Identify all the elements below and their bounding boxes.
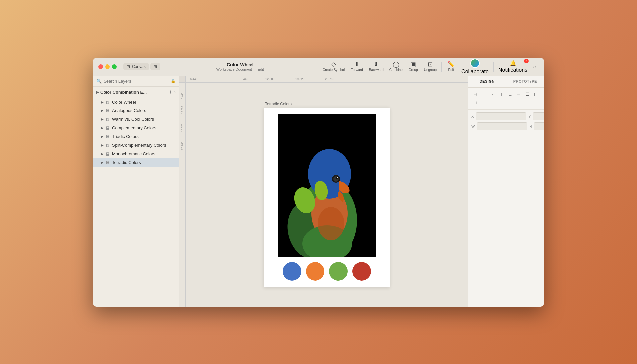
color-circle-red bbox=[352, 262, 371, 281]
combine-button[interactable]: ◯ Combine bbox=[387, 60, 405, 73]
app-title: Color Wheel Workspace Document — Edit bbox=[216, 62, 264, 71]
artboard-label: Tetradic Colors bbox=[264, 102, 292, 106]
maximize-button[interactable] bbox=[112, 64, 117, 69]
svg-point-12 bbox=[318, 207, 344, 240]
complementary-expand-arrow: ▶ bbox=[101, 126, 104, 130]
canvas-content: Tetradic Colors bbox=[186, 83, 468, 307]
align-bottom-button[interactable]: ⊢ bbox=[532, 90, 540, 98]
backward-button[interactable]: ⬇ Backward bbox=[366, 60, 386, 73]
xy-field-row: X Y ° bbox=[471, 112, 541, 120]
ruler-v-label-4: 25.760 bbox=[181, 142, 184, 150]
grid-toggle[interactable]: ⊞ bbox=[150, 63, 160, 70]
tetradic-icon: 🖥 bbox=[106, 160, 110, 165]
project-expand-arrow: ▶ bbox=[96, 90, 99, 94]
ruler-h-label-6: 25.760 bbox=[325, 77, 334, 81]
x-input[interactable] bbox=[476, 112, 526, 120]
project-group-header[interactable]: ▶ Color Combination E... ＋ › bbox=[93, 87, 179, 98]
color-wheel-folder-icon: 🖥 bbox=[106, 100, 110, 105]
forward-label: Forward bbox=[351, 68, 363, 72]
collaborate-avatar bbox=[470, 59, 480, 68]
split-complementary-expand-arrow: ▶ bbox=[101, 143, 104, 147]
notifications-badge: 2 bbox=[524, 59, 529, 63]
layer-item-color-wheel[interactable]: ▶ 🖥 Color Wheel bbox=[93, 98, 179, 107]
toolbar-separator-2 bbox=[493, 62, 494, 72]
distribute-h-button[interactable]: ☰ bbox=[523, 90, 531, 98]
ruler-h-label-2: 0 bbox=[216, 77, 217, 81]
minimize-button[interactable] bbox=[105, 64, 110, 69]
edit-button[interactable]: ✏️ Edit bbox=[444, 60, 458, 73]
edit-label: Edit bbox=[448, 68, 454, 72]
artboard[interactable] bbox=[264, 108, 390, 287]
close-button[interactable] bbox=[98, 64, 103, 69]
align-center-v-button[interactable]: ⊥ bbox=[506, 90, 514, 98]
layer-item-split-complementary[interactable]: ▶ 🖥 Split-Complementary Colors bbox=[93, 141, 179, 150]
align-center-h-button[interactable]: ⊢ bbox=[480, 90, 488, 98]
backward-icon: ⬇ bbox=[374, 61, 379, 67]
group-icon: ▣ bbox=[410, 61, 416, 67]
align-right-button[interactable]: ⊣ bbox=[515, 90, 523, 98]
layer-item-complementary[interactable]: ▶ 🖥 Complementary Colors bbox=[93, 124, 179, 132]
combine-label: Combine bbox=[389, 68, 403, 72]
layer-item-warm-cool[interactable]: ▶ 🖥 Warm vs. Cool Colors bbox=[93, 115, 179, 124]
warm-cool-expand-arrow: ▶ bbox=[101, 117, 104, 121]
more-button[interactable]: » bbox=[531, 62, 539, 71]
panel-toolbar: ⊣ ⊢ ⋮ ⊤ ⊥ ⊣ ☰ ⊢ ⊣ bbox=[468, 88, 544, 110]
canvas-label: Canvas bbox=[132, 64, 146, 69]
more-icon: » bbox=[533, 64, 536, 69]
app-sub-title: Workspace Document — Edit bbox=[216, 67, 264, 71]
split-complementary-label: Split-Complementary Colors bbox=[112, 143, 176, 148]
backward-label: Backward bbox=[369, 68, 384, 72]
y-input[interactable] bbox=[533, 112, 544, 120]
search-input[interactable] bbox=[104, 79, 169, 84]
ruler-h-label-5: 19.320 bbox=[295, 77, 305, 81]
analogous-icon: 🖥 bbox=[106, 108, 110, 113]
complementary-icon: 🖥 bbox=[106, 125, 110, 131]
title-bar: ⊡ Canvas ⊞ Color Wheel Workspace Documen… bbox=[93, 58, 544, 76]
title-bar-center: Color Wheel Workspace Document — Edit bbox=[164, 62, 316, 71]
group-button[interactable]: ▣ Group bbox=[406, 60, 421, 73]
collaborate-button[interactable]: Collaborate bbox=[459, 58, 491, 76]
wh-field-row: W H ⇅ ⇄ bbox=[471, 122, 541, 130]
ungroup-button[interactable]: ⊡ Ungroup bbox=[421, 60, 439, 73]
canvas-toggle[interactable]: ⊡ Canvas bbox=[123, 63, 149, 70]
ruler-v-label-3: 19.320 bbox=[181, 124, 184, 132]
collaborate-label: Collaborate bbox=[461, 69, 489, 75]
align-left-button[interactable]: ⊣ bbox=[471, 90, 479, 98]
layer-item-tetradic[interactable]: ▶ 🖥 Tetradic Colors bbox=[93, 158, 179, 167]
grid-icon: ⊞ bbox=[154, 64, 157, 69]
search-icon: 🔍 bbox=[96, 79, 102, 84]
distribute-v-button[interactable]: ⋮ bbox=[489, 90, 497, 98]
layer-item-monochromatic[interactable]: ▶ 🖥 Monochromatic Colors bbox=[93, 150, 179, 158]
ruler-h-label-1: -6.440 bbox=[189, 77, 198, 81]
color-circle-green bbox=[329, 262, 348, 281]
monochromatic-expand-arrow: ▶ bbox=[101, 152, 104, 156]
ruler-h-label-3: 6.440 bbox=[241, 77, 248, 81]
notifications-icon: 🔔 bbox=[510, 60, 516, 66]
align-end-button[interactable]: ⊣ bbox=[471, 99, 479, 107]
triadic-label: Triadic Colors bbox=[112, 134, 176, 139]
tab-design[interactable]: DESIGN bbox=[468, 76, 506, 87]
color-circle-orange bbox=[306, 262, 324, 281]
forward-icon: ⬆ bbox=[354, 61, 359, 67]
monochromatic-label: Monochromatic Colors bbox=[112, 151, 176, 156]
forward-button[interactable]: ⬆ Forward bbox=[348, 60, 366, 73]
lock-icon: 🔒 bbox=[171, 79, 176, 83]
more-options-button[interactable]: › bbox=[174, 90, 176, 94]
w-input[interactable] bbox=[477, 122, 527, 130]
canvas-area[interactable]: -6.440 0 6.440 12.880 19.320 25.760 6.44… bbox=[179, 76, 468, 307]
layer-item-triadic[interactable]: ▶ 🖥 Triadic Colors bbox=[93, 132, 179, 141]
layer-item-analogous[interactable]: ▶ 🖥 Analogous Colors bbox=[93, 107, 179, 115]
sidebar: 🔍 🔒 ▶ Color Combination E... ＋ › ▶ 🖥 Col… bbox=[93, 76, 179, 307]
right-panel: DESIGN PROTOTYPE ⊣ ⊢ ⋮ ⊤ ⊥ ⊣ ☰ ⊢ ⊣ X bbox=[468, 76, 544, 307]
tab-prototype[interactable]: PROTOTYPE bbox=[506, 76, 544, 87]
artboard-container: Tetradic Colors bbox=[264, 102, 390, 287]
complementary-label: Complementary Colors bbox=[112, 125, 176, 130]
analogous-label: Analogous Colors bbox=[112, 108, 176, 113]
h-input[interactable] bbox=[534, 122, 544, 130]
create-symbol-button[interactable]: ◇ Create Symbol bbox=[320, 60, 347, 73]
warm-cool-label: Warm vs. Cool Colors bbox=[112, 117, 176, 122]
notifications-button[interactable]: 2 🔔 Notifications bbox=[496, 59, 530, 74]
align-top-button[interactable]: ⊤ bbox=[497, 90, 505, 98]
add-layer-button[interactable]: ＋ bbox=[168, 89, 173, 96]
toolbar-right: ◇ Create Symbol ⬆ Forward ⬇ Backward ◯ C… bbox=[320, 58, 539, 76]
